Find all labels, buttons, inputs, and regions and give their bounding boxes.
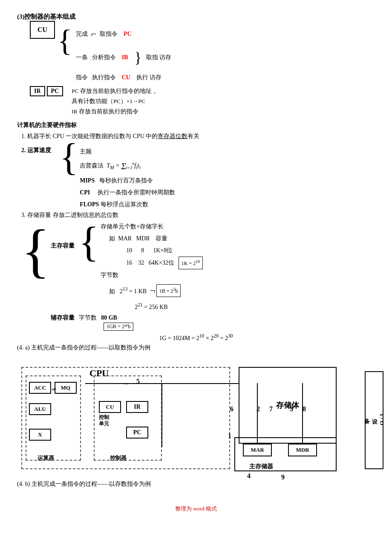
cpu-diagram: CPU 运算器 ACC MQ ⇌ ALU X 控制器 CU 控制 单元 IR P… (17, 354, 383, 478)
fetch-visit-label: 取指 访存 (146, 52, 172, 63)
speed-flops: FLOPS 每秒浮点运算次数 (80, 199, 175, 211)
storage-unit-desc: 存储单元个数×存储字长 (101, 221, 203, 233)
aux-byte-label: 字节数 (79, 314, 97, 322)
storage-row-1: 10 8 1K×8位 (126, 245, 203, 257)
hw-title: 计算机的主要硬件指标 (17, 121, 375, 129)
num-4: 4 (247, 472, 251, 480)
item3: 3. 存储容量 存放二进制信息的总位数 (21, 211, 375, 219)
speed-cpi: CPI 执行一条指令所需时钟周期数 (80, 187, 175, 199)
cu-diagram-box: CU (99, 401, 121, 413)
speed-mips: MIPS 每秒执行百万条指令 (80, 175, 175, 187)
io-box: I/O设备 (365, 371, 383, 469)
num-3: 3 (290, 405, 293, 413)
num-9: 9 (281, 473, 285, 481)
dots: ··· (124, 381, 129, 388)
speed-freq: 主频 (80, 146, 175, 158)
vert-line-2 (257, 383, 258, 444)
desc3: IR 存放当前欲执行的指令 (72, 107, 158, 117)
storage-table-note: 如 MAR MDR 容量 (109, 233, 203, 245)
instr-prefix-1: 完成 (76, 29, 88, 40)
instr-prefix-2: 一条 (76, 52, 88, 63)
desc1: PC 存放当前欲执行指令的地址， (72, 86, 158, 96)
aux-size: 80 GB (101, 315, 117, 321)
alu-box: ALU (29, 403, 51, 415)
num-5: 5 (136, 378, 140, 385)
vert-line-3 (302, 383, 303, 444)
caption-4b: (4. b) 主机完成一条指令的过程——以存数指令为例 (17, 480, 375, 488)
instr-prefix-3: 指令 (76, 72, 88, 84)
ir-label-1: IR (122, 52, 129, 63)
exec-visit-label: 执行 访存 (136, 72, 162, 84)
desc2: 具有计数功能（PC）+1→PC (72, 96, 158, 107)
ctrl-unit-label2: 单元 (99, 420, 109, 427)
formula-1g: 1G = 1024M = 210 × 220 = 230 (17, 333, 375, 342)
caption-4a: (4. a) 主机完成一条指令的过程——以取数指令为例 (17, 344, 375, 352)
aux-storage-label: 辅存容量 (51, 314, 75, 322)
num-8: 8 (303, 405, 306, 413)
memory-box: 存储体 (239, 367, 337, 444)
calc-label: 运算器 (37, 454, 54, 462)
main-mem-box (234, 437, 337, 471)
pc-label-1: PC (124, 29, 132, 40)
byte-example-2: 221 = 256 KB (135, 300, 203, 313)
byte-count-row: 字节数 (101, 269, 203, 281)
num-7: 7 (269, 405, 273, 413)
ir-diagram-box: IR (126, 401, 148, 413)
cu-box: CU (30, 21, 55, 39)
num-1: 1 (228, 432, 231, 440)
acc-mq-arrow: ⇌ (52, 386, 56, 392)
cu-label-1: CU (122, 72, 130, 84)
speed-gibson: 吉普森法 TM = Σi=1nfiti (80, 158, 175, 175)
main-storage-label: 主存容量 (51, 242, 78, 250)
item2-label: 2. 运算速度 (21, 142, 60, 154)
ctrl-label: 控制器 (110, 454, 127, 462)
pc-diagram-box: PC (126, 427, 148, 439)
section3-title: (3)控制器的基本组成 (17, 13, 375, 21)
acc-box: ACC (29, 382, 51, 394)
box-1gb: 1GB = 2³⁰b (104, 323, 133, 331)
box-1k: 1K = 210 (179, 257, 203, 269)
x-box: X (29, 429, 51, 441)
storage-row-2: 16 32 64K×32位 1K = 210 (126, 257, 203, 269)
pc-box: PC (47, 86, 63, 96)
footer: 整理为 word 格式 (17, 505, 375, 513)
instr-fetch: 取指令 (100, 29, 118, 40)
ir-box: IR (30, 86, 45, 96)
byte-example-row: 如 213 = 1 KB ⌐ 1B = 23b (109, 281, 203, 300)
vert-line-1 (161, 383, 162, 447)
mq-box: MQ (55, 382, 77, 394)
num-6: 6 (230, 405, 233, 413)
